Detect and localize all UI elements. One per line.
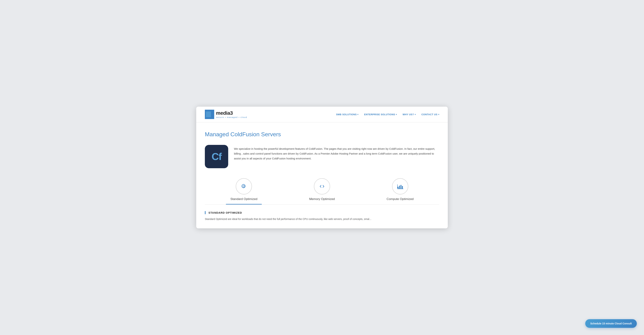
smb-caret-icon: ▾ xyxy=(358,113,358,115)
content-section: STANDARD OPTIMIZED Standard Optimized ar… xyxy=(205,205,439,229)
tab-standard-optimized[interactable]: Standard Optimized xyxy=(205,178,283,205)
page-title: Managed ColdFusion Servers xyxy=(205,131,439,138)
tab-memory-optimized[interactable]: Memory Optimized xyxy=(283,178,361,205)
svg-rect-4 xyxy=(400,185,402,189)
nav-enterprise-solutions[interactable]: ENTERPRISE SOLUTIONS ▾ xyxy=(364,113,397,116)
tabs-section: Standard Optimized Memory Optimized xyxy=(205,178,439,205)
enterprise-caret-icon: ▾ xyxy=(396,113,397,115)
schedule-consult-button[interactable]: Schedule 15 minute Cloud Consult xyxy=(585,319,637,328)
compute-optimized-icon-circle xyxy=(392,178,408,194)
logo-area: media3 secure • managed • cloud xyxy=(205,110,247,119)
svg-rect-5 xyxy=(402,186,403,189)
why-us-caret-icon: ▾ xyxy=(415,113,416,115)
svg-rect-2 xyxy=(398,187,398,189)
nav-contact-us[interactable]: CONTACT US ▾ xyxy=(421,113,439,116)
standard-optimized-label: Standard Optimized xyxy=(230,197,257,201)
logo-tagline: secure • managed • cloud xyxy=(216,116,247,118)
compute-optimized-label: Compute Optimized xyxy=(387,197,414,201)
cf-logo-text: Cf xyxy=(212,151,222,162)
gear-icon xyxy=(240,183,247,190)
tabs-icons: Standard Optimized Memory Optimized xyxy=(205,178,439,205)
content-heading: STANDARD OPTIMIZED xyxy=(205,211,439,214)
contact-us-caret-icon: ▾ xyxy=(438,113,439,115)
logo-icon xyxy=(205,110,214,119)
intro-section: Cf We specialize in hosting the powerful… xyxy=(205,145,439,168)
chart-icon xyxy=(397,183,404,190)
intro-text: We specialize in hosting the powerful de… xyxy=(234,145,439,161)
svg-rect-3 xyxy=(399,186,400,189)
tab-compute-optimized[interactable]: Compute Optimized xyxy=(361,178,439,205)
logo-name: media3 xyxy=(216,111,247,116)
memory-optimized-label: Memory Optimized xyxy=(309,197,335,201)
nav-smb-solutions[interactable]: SMB SOLUTIONS ▾ xyxy=(336,113,358,116)
content-body: Standard Optimized are ideal for workloa… xyxy=(205,217,439,221)
browser-window: media3 secure • managed • cloud SMB SOLU… xyxy=(196,107,448,229)
cf-logo: Cf xyxy=(205,145,228,168)
main-content: Managed ColdFusion Servers Cf We special… xyxy=(196,122,448,229)
standard-optimized-icon-circle xyxy=(236,178,252,194)
memory-optimized-icon-circle xyxy=(314,178,330,194)
nav-links: SMB SOLUTIONS ▾ ENTERPRISE SOLUTIONS ▾ W… xyxy=(336,113,439,116)
logo-text-area: media3 secure • managed • cloud xyxy=(216,111,247,118)
nav-why-us[interactable]: WHY US? ▾ xyxy=(403,113,416,116)
standard-optimized-underline xyxy=(226,204,262,205)
svg-rect-1 xyxy=(206,111,211,117)
code-icon xyxy=(319,183,325,190)
nav-bar: media3 secure • managed • cloud SMB SOLU… xyxy=(196,107,448,122)
